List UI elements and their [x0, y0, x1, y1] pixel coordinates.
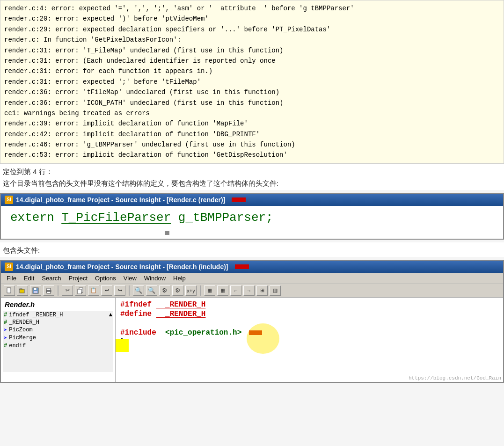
btn-undo[interactable]: ↩ — [101, 285, 112, 296]
highlight-oval — [247, 323, 279, 354]
btn-findnext[interactable]: 🔍 — [146, 285, 157, 296]
sidebar-piczoom-label: PicZoom — [9, 327, 32, 333]
svg-rect-8 — [47, 292, 51, 293]
menu-view[interactable]: View — [120, 274, 140, 283]
si-sidebar: Render.h # ifndef _RENDER_H ▲ # _RENDER_… — [1, 298, 116, 382]
cursor-indicator — [165, 231, 169, 235]
sidebar-render-h-label: _RENDER_H — [9, 319, 39, 326]
btn-find[interactable]: 🔍 — [133, 285, 144, 296]
btn-copy[interactable] — [75, 285, 86, 296]
svg-rect-5 — [34, 291, 37, 293]
menu-edit[interactable]: Edit — [20, 274, 38, 283]
btn-back[interactable]: ← — [230, 285, 241, 296]
arrow-icon-2: ➤ — [4, 335, 7, 342]
code-line-3 — [120, 319, 498, 328]
btn-save[interactable] — [30, 285, 41, 296]
svg-rect-4 — [34, 288, 37, 290]
si-toolbar: ✂ 📋 ↩ ↪ 🔍 🔍 ⚙ ⚙ x+y ▦ ▦ ← → ⊞ ▥ — [1, 284, 503, 298]
sidebar-item-endif: # endif — [3, 342, 113, 350]
arrow-icon-1: ➤ — [4, 327, 7, 334]
chinese-label-3: 包含头文件: — [0, 242, 504, 257]
sidebar-ifndef-label: ifndef _RENDER_H — [9, 312, 63, 318]
code-line-2: #define _RENDER_H — [120, 310, 498, 318]
si-app-icon-2: SI — [5, 263, 13, 271]
btn-findref[interactable]: ⚙ — [159, 285, 170, 296]
hash-icon-3: # — [4, 343, 7, 349]
code-render-h-1: _RENDER_H — [156, 300, 206, 309]
code-include: #include — [120, 329, 156, 337]
btn-xy[interactable]: x+y — [185, 285, 197, 296]
scrollbar-indicator: ▲ — [109, 312, 112, 318]
btn-forward[interactable]: → — [243, 285, 255, 296]
menu-project[interactable]: Project — [65, 274, 91, 283]
si-app-icon: SI — [5, 196, 13, 204]
sidebar-endif-label: endif — [9, 343, 26, 349]
btn-new[interactable] — [4, 285, 15, 296]
chinese-label-2: 这个目录当前包含的头文件里没有这个结构体的定义，要包含构造了这个结构体的头文件: — [0, 178, 504, 190]
menu-search[interactable]: Search — [38, 274, 65, 283]
si-titlebar-2: SI 14.digial_photo_frame Project - Sourc… — [1, 261, 503, 273]
sidebar-item-piczoom: ➤ PicZoom — [3, 326, 113, 334]
si-menubar: File Edit Search Project Options View Wi… — [1, 273, 503, 284]
si-main-area: Render.h # ifndef _RENDER_H ▲ # _RENDER_… — [1, 298, 503, 382]
btn-paste[interactable]: 📋 — [88, 285, 99, 296]
btn-tile[interactable]: ▥ — [270, 285, 281, 296]
terminal-output: render.c:4: error: expected '=', ',', ';… — [0, 0, 504, 164]
toolbar-sep-2 — [129, 285, 130, 296]
code-render-h-2: _RENDER_H — [156, 310, 206, 318]
terminal-section: render.c:4: error: expected '=', ',', ';… — [0, 0, 504, 164]
code-pic-op: <pic_operation.h> — [161, 329, 241, 337]
si-red-bar-2 — [235, 264, 249, 269]
si-title-1: 14.digial_photo_frame Project - Source I… — [16, 196, 225, 204]
code-line-1: #ifndef _RENDER_H — [120, 300, 498, 309]
code-define: #define — [120, 310, 152, 318]
svg-rect-2 — [20, 289, 22, 290]
menu-options[interactable]: Options — [91, 274, 120, 283]
si-titlebar-1: SI 14.digial_photo_frame Project - Sourc… — [1, 194, 503, 206]
code-ifndef: #ifndef — [120, 300, 152, 309]
si-code-area: #ifndef _RENDER_H #define _RENDER_H #inc… — [116, 298, 503, 382]
btn-print[interactable] — [43, 285, 54, 296]
svg-rect-7 — [47, 288, 51, 290]
si-title-2: 14.digial_photo_frame Project - Source I… — [16, 263, 228, 271]
hash-icon-1: # — [4, 312, 7, 318]
chinese-label-1: 定位到第 4 行： — [0, 164, 504, 178]
menu-window[interactable]: Window — [140, 274, 169, 283]
hash-icon-2: # — [4, 319, 7, 326]
code-line-4: #include <pic_operation.h> — [120, 329, 498, 337]
sidebar-item-render-h: # _RENDER_H — [3, 319, 113, 326]
btn-redo[interactable]: ↪ — [114, 285, 125, 296]
source-insight-window-1: SI 14.digial_photo_frame Project - Sourc… — [0, 193, 504, 240]
toolbar-sep-3 — [200, 285, 201, 296]
sidebar-item-ifndef: # ifndef _RENDER_H ▲ — [3, 311, 113, 319]
toolbar-sep-1 — [58, 285, 58, 296]
btn-cut[interactable]: ✂ — [62, 285, 73, 296]
sidebar-picmerge-label: PicMerge — [9, 335, 36, 341]
yellow-margin-block — [116, 339, 129, 352]
btn-panel1[interactable]: ▦ — [204, 285, 215, 296]
var-name: g_tBMPParser; — [171, 211, 273, 225]
red-indicator — [249, 330, 262, 335]
btn-panel2[interactable]: ▦ — [217, 285, 228, 296]
menu-file[interactable]: File — [3, 274, 20, 283]
sidebar-filename: Render.h — [3, 300, 113, 311]
btn-replace[interactable]: ⚙ — [172, 285, 183, 296]
btn-open[interactable] — [17, 285, 28, 296]
extern-keyword: extern — [10, 211, 61, 225]
btn-split[interactable]: ⊞ — [256, 285, 268, 296]
menu-help[interactable]: Help — [169, 274, 190, 283]
svg-rect-10 — [78, 289, 81, 294]
si-code-display-1: extern T_PicFileParser g_tBMPParser; — [1, 206, 503, 239]
sidebar-item-picmerge: ➤ PicMerge — [3, 334, 113, 342]
si-red-bar-1 — [232, 197, 246, 202]
watermark: https://blog.csdn.net/God_Rain — [409, 375, 501, 381]
sidebar-tree: # ifndef _RENDER_H ▲ # _RENDER_H ➤ PicZo… — [3, 311, 113, 372]
type-name: T_PicFileParser — [61, 211, 171, 225]
source-insight-window-2[interactable]: SI 14.digial_photo_frame Project - Sourc… — [0, 260, 504, 383]
